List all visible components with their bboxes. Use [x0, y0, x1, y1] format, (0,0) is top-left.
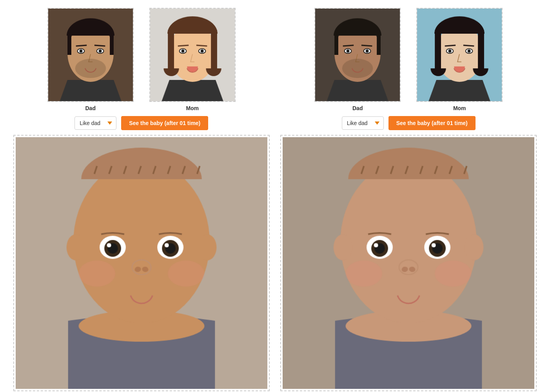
- pair2-dad-photo: [314, 8, 401, 102]
- pair2-parents-row: Dad Mom: [280, 8, 537, 111]
- pair2-mom-canvas: [417, 9, 502, 101]
- pair1-dad-item: Dad: [47, 8, 134, 111]
- pair2-dad-label: Dad: [352, 105, 363, 111]
- pair1-baby-canvas: [16, 137, 267, 389]
- pair1-mom-item: Mom: [149, 8, 236, 111]
- pair2-like-select[interactable]: Like dad Like mom Mix: [342, 116, 384, 130]
- pair1-see-baby-button[interactable]: See the baby (after 01 time): [121, 116, 208, 130]
- pair1-baby-section: [13, 135, 270, 391]
- pair2-mom-label: Mom: [453, 105, 466, 111]
- pair2-controls-row: Like dad Like mom Mix See the baby (afte…: [342, 116, 476, 130]
- pair2-see-baby-button[interactable]: See the baby (after 01 time): [388, 116, 476, 130]
- pair2-mom-item: Mom: [416, 8, 503, 111]
- pair1-like-select[interactable]: Like dad Like mom Mix: [74, 116, 116, 130]
- pair1-mom-label: Mom: [186, 105, 199, 111]
- pair2-mom-photo: [416, 8, 503, 102]
- pair1-section: Dad Mom Like dad Like mom Mix See the: [13, 8, 270, 392]
- pair1-mom-canvas: [150, 9, 235, 101]
- pair2-dad-item: Dad: [314, 8, 401, 111]
- pair2-dad-canvas: [315, 9, 400, 101]
- pair2-section: Dad Mom Like dad Like mom Mix See the: [280, 8, 537, 392]
- main-container: Dad Mom Like dad Like mom Mix See the: [0, 0, 550, 392]
- pairs-row: Dad Mom Like dad Like mom Mix See the: [8, 8, 542, 392]
- pair1-dad-photo: [47, 8, 134, 102]
- pair2-baby-section: [280, 135, 537, 391]
- pair1-parents-row: Dad Mom: [13, 8, 270, 111]
- pair1-dad-canvas: [48, 9, 133, 101]
- pair1-mom-photo: [149, 8, 236, 102]
- pair1-dad-label: Dad: [85, 105, 96, 111]
- pair2-baby-canvas: [283, 137, 534, 389]
- pair1-controls-row: Like dad Like mom Mix See the baby (afte…: [74, 116, 208, 130]
